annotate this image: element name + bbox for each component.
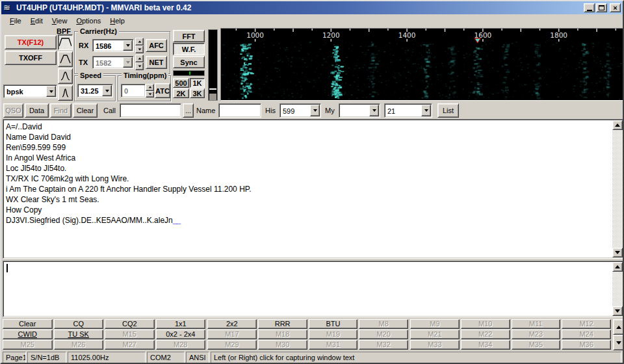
tx-carrier-down-button[interactable] [135, 62, 144, 70]
menu-file[interactable]: File [5, 16, 26, 26]
rx-carrier-up-button[interactable] [135, 38, 144, 46]
macro-m25[interactable]: M25 [3, 340, 53, 350]
macro-m24[interactable]: M24 [562, 330, 611, 339]
find-button[interactable]: Find [50, 103, 72, 118]
bpf-filter-medium-button[interactable] [58, 51, 73, 67]
timing-input[interactable]: 0 [121, 84, 146, 98]
macro-cwid[interactable]: CWID [3, 330, 53, 339]
band-dropdown-button[interactable] [421, 105, 431, 116]
macro-m17[interactable]: M17 [207, 330, 257, 339]
rx-text-pane[interactable]: A=/..DavidName David DavidRen\599.599 59… [3, 119, 624, 259]
macro-rrr[interactable]: RRR [258, 319, 307, 329]
macro-m20[interactable]: M20 [359, 330, 408, 339]
macro-m33[interactable]: M33 [410, 340, 460, 350]
qso-button[interactable]: QSO [3, 103, 23, 118]
rx-scroll-down-button[interactable] [612, 248, 623, 257]
rx-scroll-up-button[interactable] [612, 120, 623, 130]
macro-m30[interactable]: M30 [258, 340, 307, 350]
rx-scrollbar[interactable] [612, 120, 623, 257]
tx-carrier-up-button[interactable] [135, 55, 144, 62]
waterfall-display[interactable]: 10001200140016001800 [220, 28, 624, 101]
his-rst-combo[interactable]: 599 [280, 103, 321, 118]
macro-m36[interactable]: M36 [562, 340, 611, 350]
tx-scroll-down-button[interactable] [612, 306, 623, 316]
clear-button[interactable]: Clear [73, 103, 98, 118]
rx-carrier-combo[interactable]: 1586 [92, 39, 134, 52]
close-button[interactable]: × [610, 3, 621, 12]
bw-1k-button[interactable]: 1K [190, 78, 205, 88]
title-bar[interactable]: ≋ UT4UHP (UT4UHP.MDT) - MMVARI beta ver … [1, 1, 623, 14]
bpf-filter-very-narrow-button[interactable] [58, 85, 73, 101]
sync-button[interactable]: Sync [173, 56, 205, 68]
maximize-button[interactable] [596, 3, 607, 12]
wf-button[interactable]: W.F. [173, 43, 205, 55]
macro-m15[interactable]: M15 [105, 330, 155, 339]
fft-button[interactable]: FFT [173, 30, 205, 42]
macro-m28[interactable]: M28 [156, 340, 206, 350]
macro-m12[interactable]: M12 [562, 319, 611, 329]
my-rst-dropdown-button[interactable] [369, 105, 379, 116]
menu-help[interactable]: Help [105, 16, 129, 26]
band-combo[interactable]: 21 [384, 103, 432, 118]
tx-scrollbar[interactable] [612, 262, 623, 316]
speed-combo[interactable]: 31.25 [77, 84, 113, 98]
macro-m32[interactable]: M32 [359, 340, 408, 350]
macro-m27[interactable]: M27 [105, 340, 155, 350]
list-button[interactable]: List [437, 103, 459, 118]
macro-clear[interactable]: Clear [3, 319, 53, 329]
macro-m31[interactable]: M31 [309, 340, 358, 350]
name-input[interactable] [218, 103, 261, 118]
bpf-filter-narrow-button[interactable] [58, 68, 73, 84]
timing-down-button[interactable] [146, 91, 154, 98]
tx-text-pane[interactable] [3, 261, 624, 317]
macro-tu-sk[interactable]: TU SK [54, 330, 104, 339]
menu-edit[interactable]: Edit [26, 16, 47, 26]
macro-0x2-2x4[interactable]: 0x2 - 2x4 [156, 330, 206, 339]
his-rst-dropdown-button[interactable] [310, 105, 320, 116]
afc-button[interactable]: AFC [146, 39, 167, 52]
bw-2k-button[interactable]: 2K [173, 88, 189, 98]
tx-carrier-combo[interactable]: 1582 [92, 56, 134, 69]
tx-carrier-dropdown-button[interactable] [123, 57, 133, 68]
macro-2x2[interactable]: 2x2 [207, 319, 257, 329]
tx-button[interactable]: TX(F12) [5, 35, 57, 49]
bpf-filter-wide-button[interactable] [58, 34, 73, 50]
macro-m35[interactable]: M35 [512, 340, 561, 350]
macro-1x1[interactable]: 1x1 [156, 319, 206, 329]
macro-cq[interactable]: CQ [54, 319, 104, 329]
macro-btu[interactable]: BTU [309, 319, 358, 329]
macro-m26[interactable]: M26 [54, 340, 104, 350]
rx-carrier-down-button[interactable] [135, 46, 144, 53]
data-button[interactable]: Data [25, 103, 49, 118]
macro-m11[interactable]: M11 [512, 319, 561, 329]
menu-options[interactable]: Options [72, 16, 105, 26]
txoff-button[interactable]: TXOFF [5, 51, 57, 65]
mode-combo[interactable]: bpsk [3, 84, 57, 98]
macro-m34[interactable]: M34 [461, 340, 510, 350]
macro-m22[interactable]: M22 [461, 330, 510, 339]
my-rst-combo[interactable] [339, 103, 380, 118]
macro-m8[interactable]: M8 [359, 319, 408, 329]
macro-cq2[interactable]: CQ2 [105, 319, 155, 329]
macro-m9[interactable]: M9 [410, 319, 460, 329]
macro-scroll-down-button[interactable] [613, 335, 624, 350]
macro-m18[interactable]: M18 [258, 330, 307, 339]
call-input[interactable] [120, 103, 181, 118]
menu-view[interactable]: View [47, 16, 72, 26]
tx-scroll-up-button[interactable] [612, 262, 623, 272]
macro-m10[interactable]: M10 [461, 319, 510, 329]
atc-button[interactable]: ATC [155, 83, 170, 98]
macro-scroll-up-button[interactable] [613, 319, 624, 335]
mode-dropdown-button[interactable] [46, 86, 56, 97]
net-button[interactable]: NET [146, 56, 167, 69]
timing-up-button[interactable] [146, 84, 154, 91]
macro-m29[interactable]: M29 [207, 340, 257, 350]
bw-3k-button[interactable]: 3K [190, 88, 205, 98]
minimize-button[interactable] [584, 3, 595, 12]
macro-m23[interactable]: M23 [512, 330, 561, 339]
call-lookup-button[interactable]: ... [183, 103, 194, 118]
bw-500-button[interactable]: 500 [173, 78, 189, 88]
speed-dropdown-button[interactable] [102, 85, 112, 96]
macro-m19[interactable]: M19 [309, 330, 358, 339]
rx-carrier-dropdown-button[interactable] [123, 40, 133, 51]
